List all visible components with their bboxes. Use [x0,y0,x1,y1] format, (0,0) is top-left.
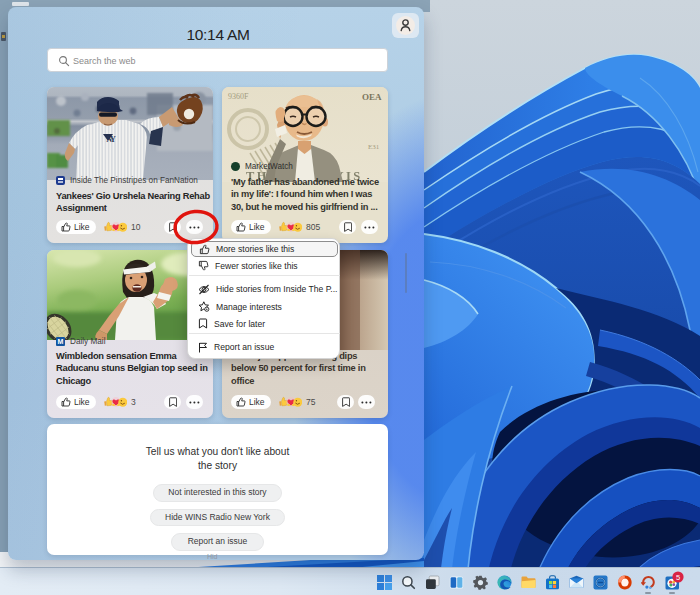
svg-text:5: 5 [676,573,680,582]
svg-text:OEA: OEA [362,92,382,102]
svg-text:9360F: 9360F [228,92,249,101]
svg-text:E31: E31 [368,143,380,151]
